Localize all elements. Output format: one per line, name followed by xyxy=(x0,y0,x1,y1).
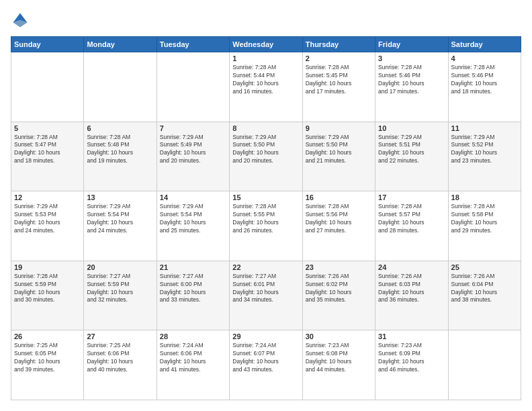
day-number: 27 xyxy=(87,332,153,340)
cell-info: Sunrise: 7:28 AM Sunset: 5:48 PM Dayligh… xyxy=(87,134,153,166)
cell-info: Sunrise: 7:27 AM Sunset: 5:59 PM Dayligh… xyxy=(87,273,153,305)
calendar-week-3: 19Sunrise: 7:28 AM Sunset: 5:59 PM Dayli… xyxy=(11,261,521,330)
calendar-cell: 5Sunrise: 7:28 AM Sunset: 5:47 PM Daylig… xyxy=(11,122,84,191)
cell-info: Sunrise: 7:29 AM Sunset: 5:51 PM Dayligh… xyxy=(378,134,445,166)
logo xyxy=(11,11,31,30)
day-number: 12 xyxy=(14,193,81,201)
calendar-cell: 23Sunrise: 7:26 AM Sunset: 6:02 PM Dayli… xyxy=(302,261,375,330)
day-number: 28 xyxy=(160,332,226,340)
weekday-header-tuesday: Tuesday xyxy=(157,37,229,52)
calendar-cell: 24Sunrise: 7:26 AM Sunset: 6:03 PM Dayli… xyxy=(375,261,448,330)
calendar-cell: 4Sunrise: 7:28 AM Sunset: 5:46 PM Daylig… xyxy=(448,52,521,122)
cell-info: Sunrise: 7:28 AM Sunset: 5:58 PM Dayligh… xyxy=(451,203,518,235)
calendar-cell: 13Sunrise: 7:29 AM Sunset: 5:54 PM Dayli… xyxy=(84,191,157,261)
calendar-cell xyxy=(11,52,84,122)
calendar-cell: 20Sunrise: 7:27 AM Sunset: 5:59 PM Dayli… xyxy=(84,261,157,330)
calendar-cell: 28Sunrise: 7:24 AM Sunset: 6:06 PM Dayli… xyxy=(157,330,229,400)
cell-info: Sunrise: 7:28 AM Sunset: 5:57 PM Dayligh… xyxy=(378,203,445,235)
cell-info: Sunrise: 7:28 AM Sunset: 5:56 PM Dayligh… xyxy=(306,203,372,235)
calendar-cell: 12Sunrise: 7:29 AM Sunset: 5:53 PM Dayli… xyxy=(11,191,84,261)
weekday-header-row: SundayMondayTuesdayWednesdayThursdayFrid… xyxy=(11,37,521,52)
weekday-header-sunday: Sunday xyxy=(11,37,84,52)
cell-info: Sunrise: 7:23 AM Sunset: 6:08 PM Dayligh… xyxy=(306,342,372,374)
day-number: 26 xyxy=(14,332,81,340)
calendar-cell: 14Sunrise: 7:29 AM Sunset: 5:54 PM Dayli… xyxy=(157,191,229,261)
calendar-cell: 6Sunrise: 7:28 AM Sunset: 5:48 PM Daylig… xyxy=(84,122,157,191)
cell-info: Sunrise: 7:25 AM Sunset: 6:06 PM Dayligh… xyxy=(87,342,153,374)
day-number: 23 xyxy=(306,263,372,271)
cell-info: Sunrise: 7:28 AM Sunset: 5:46 PM Dayligh… xyxy=(378,64,445,96)
day-number: 16 xyxy=(306,193,372,201)
day-number: 20 xyxy=(87,263,153,271)
calendar-cell xyxy=(157,52,229,122)
calendar-cell: 3Sunrise: 7:28 AM Sunset: 5:46 PM Daylig… xyxy=(375,52,448,122)
page: SundayMondayTuesdayWednesdayThursdayFrid… xyxy=(0,0,532,411)
calendar-cell: 26Sunrise: 7:25 AM Sunset: 6:05 PM Dayli… xyxy=(11,330,84,400)
calendar-week-4: 26Sunrise: 7:25 AM Sunset: 6:05 PM Dayli… xyxy=(11,330,521,400)
calendar-cell: 11Sunrise: 7:29 AM Sunset: 5:52 PM Dayli… xyxy=(448,122,521,191)
calendar-cell: 19Sunrise: 7:28 AM Sunset: 5:59 PM Dayli… xyxy=(11,261,84,330)
calendar-cell: 2Sunrise: 7:28 AM Sunset: 5:45 PM Daylig… xyxy=(302,52,375,122)
day-number: 11 xyxy=(451,124,518,132)
cell-info: Sunrise: 7:28 AM Sunset: 5:45 PM Dayligh… xyxy=(306,64,372,96)
day-number: 14 xyxy=(160,193,226,201)
weekday-header-friday: Friday xyxy=(375,37,448,52)
calendar-week-1: 5Sunrise: 7:28 AM Sunset: 5:47 PM Daylig… xyxy=(11,122,521,191)
cell-info: Sunrise: 7:24 AM Sunset: 6:07 PM Dayligh… xyxy=(232,342,299,374)
cell-info: Sunrise: 7:28 AM Sunset: 5:59 PM Dayligh… xyxy=(14,273,81,305)
calendar-cell: 9Sunrise: 7:29 AM Sunset: 5:50 PM Daylig… xyxy=(302,122,375,191)
day-number: 21 xyxy=(160,263,226,271)
calendar-cell: 10Sunrise: 7:29 AM Sunset: 5:51 PM Dayli… xyxy=(375,122,448,191)
calendar-cell: 30Sunrise: 7:23 AM Sunset: 6:08 PM Dayli… xyxy=(302,330,375,400)
weekday-header-thursday: Thursday xyxy=(302,37,375,52)
day-number: 1 xyxy=(232,54,299,62)
calendar-cell xyxy=(84,52,157,122)
day-number: 10 xyxy=(378,124,445,132)
cell-info: Sunrise: 7:23 AM Sunset: 6:09 PM Dayligh… xyxy=(378,342,445,374)
day-number: 15 xyxy=(232,193,299,201)
calendar-cell: 31Sunrise: 7:23 AM Sunset: 6:09 PM Dayli… xyxy=(375,330,448,400)
cell-info: Sunrise: 7:29 AM Sunset: 5:54 PM Dayligh… xyxy=(87,203,153,235)
calendar-cell: 7Sunrise: 7:29 AM Sunset: 5:49 PM Daylig… xyxy=(157,122,229,191)
calendar-table: SundayMondayTuesdayWednesdayThursdayFrid… xyxy=(11,36,521,400)
logo-icon xyxy=(11,11,30,30)
day-number: 22 xyxy=(232,263,299,271)
calendar-cell: 17Sunrise: 7:28 AM Sunset: 5:57 PM Dayli… xyxy=(375,191,448,261)
calendar-week-2: 12Sunrise: 7:29 AM Sunset: 5:53 PM Dayli… xyxy=(11,191,521,261)
calendar-cell: 22Sunrise: 7:27 AM Sunset: 6:01 PM Dayli… xyxy=(230,261,302,330)
day-number: 8 xyxy=(232,124,299,132)
day-number: 24 xyxy=(378,263,445,271)
cell-info: Sunrise: 7:29 AM Sunset: 5:54 PM Dayligh… xyxy=(160,203,226,235)
calendar-cell: 21Sunrise: 7:27 AM Sunset: 6:00 PM Dayli… xyxy=(157,261,229,330)
calendar-cell xyxy=(448,330,521,400)
cell-info: Sunrise: 7:29 AM Sunset: 5:50 PM Dayligh… xyxy=(306,134,372,166)
calendar-cell: 18Sunrise: 7:28 AM Sunset: 5:58 PM Dayli… xyxy=(448,191,521,261)
calendar-cell: 25Sunrise: 7:26 AM Sunset: 6:04 PM Dayli… xyxy=(448,261,521,330)
calendar-cell: 8Sunrise: 7:29 AM Sunset: 5:50 PM Daylig… xyxy=(230,122,302,191)
day-number: 4 xyxy=(451,54,518,62)
day-number: 30 xyxy=(306,332,372,340)
cell-info: Sunrise: 7:28 AM Sunset: 5:44 PM Dayligh… xyxy=(232,64,299,96)
day-number: 17 xyxy=(378,193,445,201)
day-number: 3 xyxy=(378,54,445,62)
cell-info: Sunrise: 7:27 AM Sunset: 6:01 PM Dayligh… xyxy=(232,273,299,305)
header xyxy=(11,11,521,30)
day-number: 2 xyxy=(306,54,372,62)
day-number: 19 xyxy=(14,263,81,271)
day-number: 5 xyxy=(14,124,81,132)
day-number: 6 xyxy=(87,124,153,132)
cell-info: Sunrise: 7:28 AM Sunset: 5:55 PM Dayligh… xyxy=(232,203,299,235)
cell-info: Sunrise: 7:25 AM Sunset: 6:05 PM Dayligh… xyxy=(14,342,81,374)
weekday-header-saturday: Saturday xyxy=(448,37,521,52)
cell-info: Sunrise: 7:29 AM Sunset: 5:49 PM Dayligh… xyxy=(160,134,226,166)
calendar-cell: 15Sunrise: 7:28 AM Sunset: 5:55 PM Dayli… xyxy=(230,191,302,261)
cell-info: Sunrise: 7:26 AM Sunset: 6:02 PM Dayligh… xyxy=(306,273,372,305)
cell-info: Sunrise: 7:28 AM Sunset: 5:47 PM Dayligh… xyxy=(14,134,81,166)
weekday-header-wednesday: Wednesday xyxy=(230,37,302,52)
cell-info: Sunrise: 7:24 AM Sunset: 6:06 PM Dayligh… xyxy=(160,342,226,374)
day-number: 31 xyxy=(378,332,445,340)
calendar-cell: 1Sunrise: 7:28 AM Sunset: 5:44 PM Daylig… xyxy=(230,52,302,122)
cell-info: Sunrise: 7:26 AM Sunset: 6:04 PM Dayligh… xyxy=(451,273,518,305)
calendar-week-0: 1Sunrise: 7:28 AM Sunset: 5:44 PM Daylig… xyxy=(11,52,521,122)
calendar-cell: 27Sunrise: 7:25 AM Sunset: 6:06 PM Dayli… xyxy=(84,330,157,400)
